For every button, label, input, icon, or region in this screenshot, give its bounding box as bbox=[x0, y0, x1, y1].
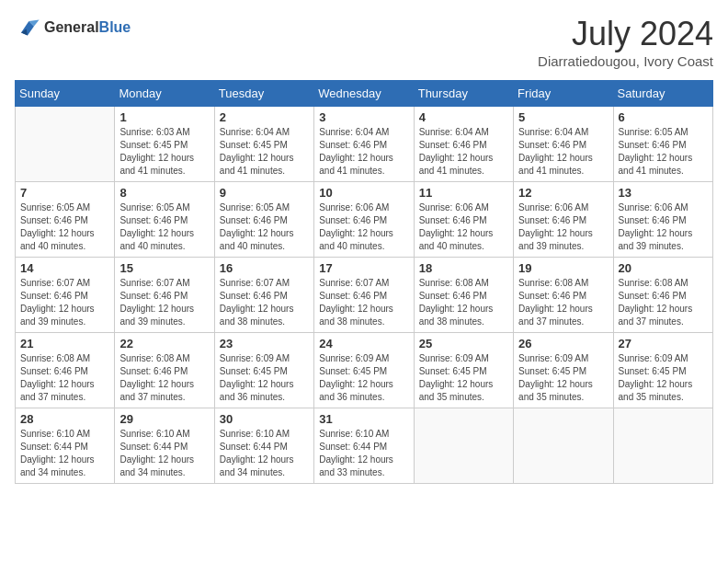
calendar-cell: 7 Sunrise: 6:05 AMSunset: 6:46 PMDayligh… bbox=[16, 182, 115, 258]
day-info: Sunrise: 6:08 AMSunset: 6:46 PMDaylight:… bbox=[419, 277, 508, 328]
day-info: Sunrise: 6:10 AMSunset: 6:44 PMDaylight:… bbox=[119, 428, 209, 479]
day-info: Sunrise: 6:05 AMSunset: 6:46 PMDaylight:… bbox=[220, 201, 309, 253]
day-number: 28 bbox=[20, 412, 109, 426]
day-number: 30 bbox=[220, 412, 309, 426]
day-info: Sunrise: 6:10 AMSunset: 6:44 PMDaylight:… bbox=[220, 428, 309, 479]
day-number: 27 bbox=[619, 337, 708, 350]
calendar-cell: 16 Sunrise: 6:07 AMSunset: 6:46 PMDaylig… bbox=[214, 258, 313, 333]
day-number: 14 bbox=[20, 261, 109, 275]
calendar-cell: 17 Sunrise: 6:07 AMSunset: 6:46 PMDaylig… bbox=[314, 258, 414, 333]
day-info: Sunrise: 6:07 AMSunset: 6:46 PMDaylight:… bbox=[20, 277, 109, 328]
day-info: Sunrise: 6:06 AMSunset: 6:46 PMDaylight:… bbox=[419, 201, 508, 253]
calendar-cell: 6 Sunrise: 6:05 AMSunset: 6:46 PMDayligh… bbox=[613, 107, 712, 182]
calendar-week-row: 21 Sunrise: 6:08 AMSunset: 6:46 PMDaylig… bbox=[16, 333, 713, 408]
calendar-cell: 29 Sunrise: 6:10 AMSunset: 6:44 PMDaylig… bbox=[115, 408, 214, 484]
day-info: Sunrise: 6:07 AMSunset: 6:46 PMDaylight:… bbox=[119, 277, 209, 328]
day-info: Sunrise: 6:09 AMSunset: 6:45 PMDaylight:… bbox=[319, 352, 408, 404]
calendar-table: SundayMondayTuesdayWednesdayThursdayFrid… bbox=[15, 80, 713, 484]
calendar-week-row: 7 Sunrise: 6:05 AMSunset: 6:46 PMDayligh… bbox=[16, 182, 713, 258]
day-info: Sunrise: 6:08 AMSunset: 6:46 PMDaylight:… bbox=[20, 352, 109, 404]
day-number: 22 bbox=[119, 337, 209, 350]
day-info: Sunrise: 6:05 AMSunset: 6:46 PMDaylight:… bbox=[619, 126, 708, 178]
day-info: Sunrise: 6:10 AMSunset: 6:44 PMDaylight:… bbox=[20, 428, 109, 479]
day-number: 9 bbox=[220, 186, 309, 200]
weekday-header-friday: Friday bbox=[514, 81, 613, 107]
day-info: Sunrise: 6:09 AMSunset: 6:45 PMDaylight:… bbox=[518, 352, 608, 404]
day-number: 29 bbox=[119, 412, 209, 426]
day-number: 18 bbox=[419, 261, 508, 275]
month-year-title: July 2024 bbox=[538, 15, 713, 53]
calendar-cell: 18 Sunrise: 6:08 AMSunset: 6:46 PMDaylig… bbox=[414, 258, 513, 333]
day-info: Sunrise: 6:04 AMSunset: 6:45 PMDaylight:… bbox=[220, 126, 309, 178]
weekday-header-thursday: Thursday bbox=[414, 81, 513, 107]
day-info: Sunrise: 6:08 AMSunset: 6:46 PMDaylight:… bbox=[518, 277, 608, 328]
calendar-cell: 1 Sunrise: 6:03 AMSunset: 6:45 PMDayligh… bbox=[115, 107, 214, 182]
day-number: 10 bbox=[319, 186, 408, 200]
calendar-week-row: 28 Sunrise: 6:10 AMSunset: 6:44 PMDaylig… bbox=[16, 408, 713, 484]
day-number: 1 bbox=[119, 110, 209, 124]
calendar-cell bbox=[16, 107, 115, 182]
day-number: 6 bbox=[619, 110, 708, 124]
day-number: 17 bbox=[319, 261, 408, 275]
day-info: Sunrise: 6:06 AMSunset: 6:46 PMDaylight:… bbox=[619, 201, 708, 253]
calendar-cell: 13 Sunrise: 6:06 AMSunset: 6:46 PMDaylig… bbox=[613, 182, 712, 258]
calendar-cell: 11 Sunrise: 6:06 AMSunset: 6:46 PMDaylig… bbox=[414, 182, 513, 258]
logo: GeneralBlue bbox=[15, 15, 131, 40]
weekday-header-monday: Monday bbox=[115, 81, 214, 107]
calendar-cell: 2 Sunrise: 6:04 AMSunset: 6:45 PMDayligh… bbox=[214, 107, 313, 182]
day-info: Sunrise: 6:06 AMSunset: 6:46 PMDaylight:… bbox=[319, 201, 408, 253]
weekday-header-saturday: Saturday bbox=[613, 81, 712, 107]
weekday-header-wednesday: Wednesday bbox=[314, 81, 414, 107]
calendar-week-row: 14 Sunrise: 6:07 AMSunset: 6:46 PMDaylig… bbox=[16, 258, 713, 333]
day-number: 5 bbox=[518, 110, 608, 124]
calendar-cell: 23 Sunrise: 6:09 AMSunset: 6:45 PMDaylig… bbox=[214, 333, 313, 408]
location-subtitle: Diarratiedougou, Ivory Coast bbox=[538, 53, 713, 69]
weekday-header-tuesday: Tuesday bbox=[214, 81, 313, 107]
calendar-cell: 15 Sunrise: 6:07 AMSunset: 6:46 PMDaylig… bbox=[115, 258, 214, 333]
day-info: Sunrise: 6:05 AMSunset: 6:46 PMDaylight:… bbox=[119, 201, 209, 253]
logo-icon bbox=[15, 15, 40, 40]
calendar-week-row: 1 Sunrise: 6:03 AMSunset: 6:45 PMDayligh… bbox=[16, 107, 713, 182]
day-number: 16 bbox=[220, 261, 309, 275]
day-number: 31 bbox=[319, 412, 408, 426]
calendar-cell bbox=[514, 408, 613, 484]
day-info: Sunrise: 6:04 AMSunset: 6:46 PMDaylight:… bbox=[319, 126, 408, 178]
calendar-cell: 10 Sunrise: 6:06 AMSunset: 6:46 PMDaylig… bbox=[314, 182, 414, 258]
day-number: 13 bbox=[619, 186, 708, 200]
day-info: Sunrise: 6:08 AMSunset: 6:46 PMDaylight:… bbox=[619, 277, 708, 328]
calendar-cell: 3 Sunrise: 6:04 AMSunset: 6:46 PMDayligh… bbox=[314, 107, 414, 182]
day-info: Sunrise: 6:04 AMSunset: 6:46 PMDaylight:… bbox=[518, 126, 608, 178]
day-info: Sunrise: 6:08 AMSunset: 6:46 PMDaylight:… bbox=[119, 352, 209, 404]
calendar-cell: 26 Sunrise: 6:09 AMSunset: 6:45 PMDaylig… bbox=[514, 333, 613, 408]
calendar-cell bbox=[414, 408, 513, 484]
calendar-cell bbox=[613, 408, 712, 484]
logo-text: GeneralBlue bbox=[44, 19, 131, 36]
weekday-header-sunday: Sunday bbox=[16, 81, 115, 107]
day-number: 26 bbox=[518, 337, 608, 350]
calendar-cell: 27 Sunrise: 6:09 AMSunset: 6:45 PMDaylig… bbox=[613, 333, 712, 408]
day-number: 3 bbox=[319, 110, 408, 124]
title-section: July 2024 Diarratiedougou, Ivory Coast bbox=[538, 15, 713, 69]
calendar-cell: 14 Sunrise: 6:07 AMSunset: 6:46 PMDaylig… bbox=[16, 258, 115, 333]
day-number: 11 bbox=[419, 186, 508, 200]
day-info: Sunrise: 6:05 AMSunset: 6:46 PMDaylight:… bbox=[20, 201, 109, 253]
calendar-cell: 30 Sunrise: 6:10 AMSunset: 6:44 PMDaylig… bbox=[214, 408, 313, 484]
calendar-cell: 20 Sunrise: 6:08 AMSunset: 6:46 PMDaylig… bbox=[613, 258, 712, 333]
day-number: 15 bbox=[119, 261, 209, 275]
day-number: 21 bbox=[20, 337, 109, 350]
day-number: 4 bbox=[419, 110, 508, 124]
calendar-cell: 19 Sunrise: 6:08 AMSunset: 6:46 PMDaylig… bbox=[514, 258, 613, 333]
day-number: 12 bbox=[518, 186, 608, 200]
calendar-cell: 9 Sunrise: 6:05 AMSunset: 6:46 PMDayligh… bbox=[214, 182, 313, 258]
day-info: Sunrise: 6:03 AMSunset: 6:45 PMDaylight:… bbox=[119, 126, 209, 178]
weekday-header-row: SundayMondayTuesdayWednesdayThursdayFrid… bbox=[16, 81, 713, 107]
page-header: GeneralBlue July 2024 Diarratiedougou, I… bbox=[15, 15, 713, 69]
day-info: Sunrise: 6:07 AMSunset: 6:46 PMDaylight:… bbox=[220, 277, 309, 328]
calendar-cell: 31 Sunrise: 6:10 AMSunset: 6:44 PMDaylig… bbox=[314, 408, 414, 484]
day-number: 7 bbox=[20, 186, 109, 200]
day-number: 24 bbox=[319, 337, 408, 350]
day-info: Sunrise: 6:09 AMSunset: 6:45 PMDaylight:… bbox=[419, 352, 508, 404]
day-number: 8 bbox=[119, 186, 209, 200]
day-info: Sunrise: 6:10 AMSunset: 6:44 PMDaylight:… bbox=[319, 428, 408, 479]
calendar-cell: 12 Sunrise: 6:06 AMSunset: 6:46 PMDaylig… bbox=[514, 182, 613, 258]
